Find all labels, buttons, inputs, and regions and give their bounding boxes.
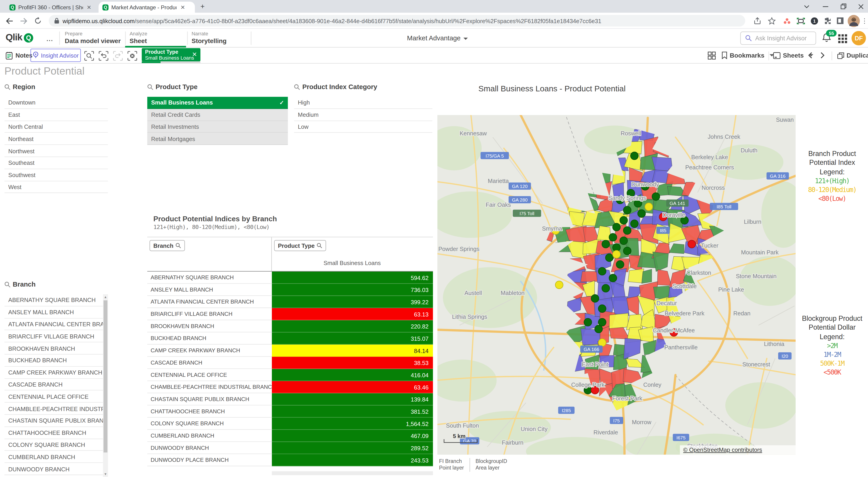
table-row-value[interactable]: 467.09	[272, 430, 433, 442]
table-row-value[interactable]: 289.52	[272, 442, 433, 454]
insight-advisor-search[interactable]: Ask Insight Advisor	[740, 32, 816, 45]
share-icon[interactable]	[753, 16, 762, 25]
scrollbar-thumb[interactable]	[103, 300, 107, 452]
region-item[interactable]: Northwest	[4, 145, 108, 157]
reload-icon[interactable]	[33, 16, 42, 25]
browser-profile-avatar[interactable]	[847, 15, 860, 27]
branch-item[interactable]: BROOKHAVEN BRANCH	[4, 343, 103, 354]
extension-square-icon[interactable]	[836, 16, 845, 25]
window-menu-icon[interactable]	[800, 0, 814, 13]
table-row-value[interactable]: 139.84	[272, 393, 433, 406]
selection-chip-product-type[interactable]: Product Type Small Business Loans ✕	[142, 48, 200, 62]
branch-item[interactable]: BRIARCLIFF VILLAGE BRANCH	[4, 331, 103, 343]
extension-badge-icon[interactable]: 1	[809, 16, 819, 25]
branch-item[interactable]: CAMP CREEK PARKWAY BRANCH	[4, 367, 103, 379]
table-row-branch[interactable]: CUMBERLAND BRANCH	[147, 430, 272, 442]
filter-product-index-header[interactable]: Product Index Category	[294, 83, 377, 91]
table-row-value[interactable]: 416.04	[272, 369, 433, 381]
table-row-value[interactable]: 1,564.52	[272, 418, 433, 430]
region-item[interactable]: Southwest	[4, 169, 108, 181]
branch-item[interactable]: DUNWOODY BRANCH	[4, 463, 103, 475]
table-row-branch[interactable]: DUNWOODY BRANCH	[147, 442, 272, 454]
region-item[interactable]: North Central	[4, 121, 108, 133]
table-row-value[interactable]: 399.22	[272, 296, 433, 308]
filter-region-header[interactable]: Region	[4, 83, 35, 91]
table-row-branch[interactable]: DUNWOODY PLACE BRANCH	[147, 454, 272, 466]
nav-prepare[interactable]: Prepare Data model viewer	[65, 29, 124, 47]
table-row-branch[interactable]: CHATTAHOOCHEE BRANCH	[147, 405, 272, 418]
table-col-branch[interactable]: Branch	[150, 240, 185, 251]
map-canvas[interactable]: KennesawRoswellJohns CreekSuwanDuluthI75…	[437, 115, 796, 454]
nav-analyze[interactable]: Analyze Sheet	[125, 29, 186, 47]
table-row-branch[interactable]: ATLANTA FINANCIAL CENTER BRANCH	[147, 296, 272, 308]
branch-item[interactable]: ANSLEY MALL BRANCH	[4, 306, 103, 318]
branch-item[interactable]: ABERNATHY SQUARE BRANCH	[4, 294, 103, 306]
product-index-item[interactable]: Medium	[294, 109, 433, 121]
back-icon[interactable]	[4, 16, 14, 25]
product-type-item[interactable]: Retail Mortgages	[147, 133, 288, 145]
sheet-overview-button[interactable]	[708, 47, 716, 63]
filter-branch-header[interactable]: Branch	[4, 280, 36, 288]
bookmarks-button[interactable]: Bookmarks	[721, 47, 774, 63]
branch-scrollbar[interactable]: ▲ ▼	[103, 294, 108, 477]
extension-screenshot-icon[interactable]	[796, 16, 805, 25]
branch-item[interactable]: CHATTAHOOCHEE BRANCH	[4, 427, 103, 439]
table-row-branch[interactable]: ABERNATHY SQUARE BRANCH	[147, 272, 272, 284]
branch-item[interactable]: BUCKHEAD BRANCH	[4, 354, 103, 367]
branch-item[interactable]: CHASTAIN SQUARE PUBLIX BRANCH	[4, 415, 103, 427]
layer-caption-area[interactable]: BlockgroupIDArea layer	[476, 458, 513, 472]
region-item[interactable]: Northeast	[4, 133, 108, 145]
browser-tab-inactive[interactable]: Q ProfitFI 360 - Officers | Sheet - Q ✕	[5, 2, 95, 13]
product-type-item[interactable]: Retail Credit Cards	[147, 109, 288, 121]
table-row-value[interactable]: 381.52	[272, 405, 433, 418]
table-row-branch[interactable]: BRIARCLIFF VILLAGE BRANCH	[147, 308, 272, 320]
region-item[interactable]: East	[4, 109, 108, 121]
table-row-value[interactable]: 63.13	[272, 308, 433, 320]
table-row-value[interactable]: 315.07	[272, 332, 433, 345]
branch-item[interactable]: COLONY SQUARE BRANCH	[4, 439, 103, 451]
nav-narrate[interactable]: Narrate Storytelling	[191, 29, 251, 47]
duplicate-button[interactable]: Duplicate	[837, 47, 868, 63]
table-row-value[interactable]: 38.53	[272, 357, 433, 369]
table-row-branch[interactable]: CASCADE BRANCH	[147, 357, 272, 369]
table-col-product-type[interactable]: Product Type	[274, 240, 326, 251]
tab-close-icon[interactable]: ✕	[87, 4, 91, 10]
table-row-branch[interactable]: CENTENNIAL PLACE OFFICE	[147, 369, 272, 381]
previous-sheet-button[interactable]	[808, 47, 812, 63]
new-tab-button[interactable]: +	[200, 3, 205, 10]
app-options-menu[interactable]: ...	[46, 35, 53, 42]
table-row-value[interactable]: 243.53	[272, 454, 433, 466]
browser-tab-active[interactable]: Q Market Advantage - Product Pot ✕	[98, 2, 195, 13]
product-index-item[interactable]: High	[294, 97, 433, 109]
table-row-branch[interactable]: BROOKHAVEN BRANCH	[147, 320, 272, 333]
table-row-value[interactable]: 594.62	[272, 272, 433, 284]
extensions-puzzle-icon[interactable]	[823, 16, 832, 25]
table-row-branch[interactable]: CAMP CREEK PARKWAY BRANCH	[147, 345, 272, 357]
app-context-menu[interactable]: Market Advantage	[399, 34, 476, 42]
table-row-value[interactable]: 63.46	[272, 381, 433, 393]
scroll-down-icon[interactable]: ▼	[103, 471, 108, 477]
region-item[interactable]: Southeast	[4, 157, 108, 169]
table-row-value[interactable]: 736.03	[272, 284, 433, 296]
table-row-branch[interactable]: BUCKHEAD BRANCH	[147, 332, 272, 345]
table-horizontal-scrollbar[interactable]	[272, 471, 433, 475]
insight-advisor-button[interactable]: Insight Advisor	[30, 49, 81, 62]
notifications-bell-icon[interactable]: 55	[822, 33, 833, 44]
table-row-branch[interactable]: CHASTAIN SQUARE PUBLIX BRANCH	[147, 393, 272, 406]
window-close-icon[interactable]	[854, 0, 868, 13]
extension-asana-icon[interactable]	[782, 16, 792, 25]
layer-caption-point[interactable]: FI BranchPoint layer	[439, 458, 470, 472]
undo-selection-button[interactable]	[97, 50, 109, 62]
smart-search-button[interactable]	[83, 50, 95, 62]
table-row-branch[interactable]: COLONY SQUARE BRANCH	[147, 418, 272, 430]
notes-button[interactable]: Notes	[5, 47, 32, 63]
product-index-item[interactable]: Low	[294, 121, 433, 133]
table-row-value[interactable]: 84.14	[272, 345, 433, 357]
tab-close-icon[interactable]: ✕	[180, 4, 185, 10]
branch-item[interactable]: ATLANTA FINANCIAL CENTER BRANCH	[4, 318, 103, 330]
clear-selection-icon[interactable]: ✕	[192, 51, 197, 58]
window-minimize-icon[interactable]	[818, 0, 833, 13]
branch-item[interactable]: CENTENNIAL PLACE OFFICE	[4, 390, 103, 403]
url-bar[interactable]: wipflidemo.us.qlikcloud.com/sense/app/5c…	[49, 15, 745, 27]
branch-item[interactable]: CHAMBLEE-PEACHTREE INDUSTRIAL ...	[4, 403, 103, 415]
